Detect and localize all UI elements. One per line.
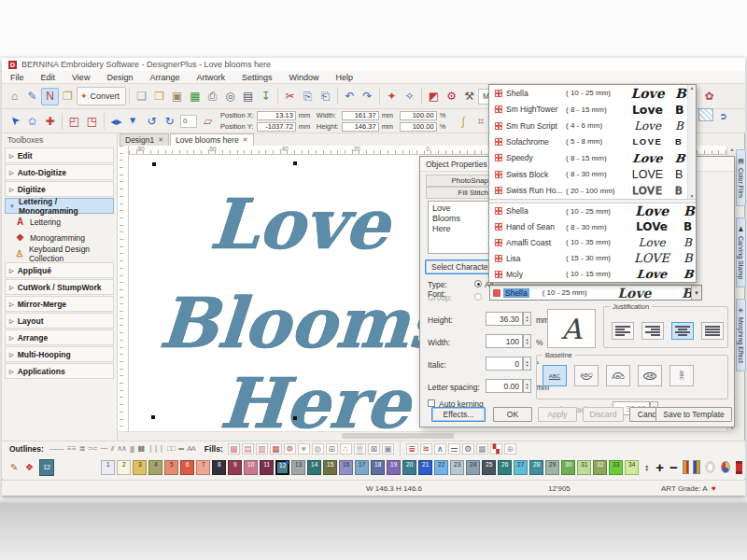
insert-design-icon[interactable]: ✦ bbox=[383, 88, 401, 105]
toolbox-auto-digitize[interactable]: ▷Auto-Digitize bbox=[5, 164, 114, 180]
outline-stitch-icon-4[interactable]: =·= bbox=[88, 444, 96, 453]
position-x-input[interactable]: 13.13 bbox=[257, 111, 296, 120]
color-chip-16[interactable]: 16 bbox=[339, 460, 353, 475]
ok-button[interactable]: OK bbox=[493, 407, 532, 422]
letter-spacing-stepper[interactable]: ▲▼ bbox=[523, 379, 531, 393]
transform-icon[interactable]: ▱ bbox=[199, 112, 217, 130]
scale-up-icon[interactable]: ◳ bbox=[83, 112, 101, 130]
color-wheel-icon[interactable] bbox=[721, 461, 730, 473]
design-tab-design1[interactable]: Design1✕ bbox=[120, 133, 169, 146]
toolbox-arrange[interactable]: ▷Arrange bbox=[5, 329, 114, 345]
letter-spacing-input[interactable]: 0.00 bbox=[486, 379, 523, 393]
reshape-icon[interactable]: ✚ bbox=[41, 112, 59, 130]
color-chip-3[interactable]: 3 bbox=[133, 460, 147, 475]
copy-icon[interactable]: ⎘ bbox=[299, 88, 317, 105]
add-color-button[interactable]: + bbox=[655, 459, 664, 475]
toolbox-applications[interactable]: ▷Applications bbox=[5, 363, 114, 379]
effect-stitch-icon-3[interactable]: ∧ bbox=[434, 443, 446, 455]
color-chip-19[interactable]: 19 bbox=[387, 460, 401, 475]
menu-design[interactable]: Design bbox=[98, 73, 141, 82]
rotate-cw-45-icon[interactable]: ↻ bbox=[161, 112, 178, 130]
fill-stitch-icon-10[interactable]: ▒ bbox=[354, 443, 366, 455]
rotate-value[interactable]: 0 bbox=[180, 115, 197, 128]
height-input[interactable]: 36.30 bbox=[486, 312, 523, 326]
type-all-radio[interactable] bbox=[474, 280, 482, 287]
menu-help[interactable]: Help bbox=[328, 73, 362, 82]
print-preview-icon[interactable]: ◎ bbox=[221, 88, 239, 105]
fill-stitch-icon-12[interactable]: ▣ bbox=[382, 443, 394, 455]
justify-right-button[interactable] bbox=[641, 322, 664, 340]
home-icon[interactable]: ⌂ bbox=[6, 88, 23, 105]
baseline-circle-button[interactable]: AB bbox=[638, 365, 662, 386]
color-chip-30[interactable]: 30 bbox=[561, 460, 575, 475]
color-chip-9[interactable]: 9 bbox=[228, 460, 242, 475]
toolbox-layout[interactable]: ▷Layout bbox=[5, 313, 114, 329]
position-y-input[interactable]: -1037.72 bbox=[257, 122, 296, 132]
baseline-straight-button[interactable]: ABC bbox=[543, 365, 567, 386]
baseline-vertical-button[interactable]: ABC bbox=[669, 365, 694, 386]
scale-y-input[interactable]: 100.00 bbox=[400, 122, 437, 132]
rotate-ccw-45-icon[interactable]: ↺ bbox=[143, 112, 161, 130]
pattern-fill-icon[interactable] bbox=[698, 108, 713, 121]
color-chip-8[interactable]: 8 bbox=[212, 460, 226, 475]
fill-stitch-icon-1[interactable]: ▩ bbox=[228, 443, 240, 455]
font-list-item-amalfi-coast[interactable]: Amalfi Coast( 10 - 35 mm)LoveB bbox=[489, 235, 696, 251]
color-chip-12[interactable]: 12 bbox=[275, 460, 289, 475]
design-settings-icon[interactable]: ⚙ bbox=[443, 88, 460, 105]
color-chip-24[interactable]: 24 bbox=[466, 460, 480, 475]
justify-center-button[interactable] bbox=[671, 322, 694, 340]
panel-tab-color-film[interactable]: ▤Color Film bbox=[736, 149, 746, 206]
outline-stitch-icon-8[interactable]: |||| bbox=[130, 444, 134, 453]
font-list-item-sm-run-script[interactable]: Sm Run Script( 4 - 6 mm)LoveB bbox=[489, 118, 687, 133]
menu-window[interactable]: Window bbox=[280, 73, 327, 82]
embroidery-canvas-icon[interactable]: N bbox=[41, 88, 59, 105]
toolbox-item-lettering[interactable]: ALettering bbox=[2, 214, 117, 230]
toolbox-lettering-monogramming[interactable]: ▼Lettering / Monogramming bbox=[5, 198, 114, 214]
mirror-vertical-icon[interactable]: ▸ bbox=[125, 112, 143, 130]
write-to-machine-icon[interactable]: ↧ bbox=[257, 88, 275, 105]
color-chip-27[interactable]: 27 bbox=[514, 460, 528, 475]
tab-photosnap[interactable]: PhotoSnap bbox=[426, 175, 493, 187]
thread-spool-icon[interactable] bbox=[736, 461, 742, 474]
justify-full-button[interactable] bbox=[701, 322, 724, 340]
font-list-item-shella[interactable]: Shella( 10 - 25 mm)LoveB bbox=[489, 203, 696, 219]
italic-stepper[interactable]: ▲▼ bbox=[523, 357, 531, 371]
thread-chart-alt-icon[interactable] bbox=[693, 460, 700, 474]
flower-stamp-icon[interactable]: ✿ bbox=[700, 87, 718, 105]
fill-stitch-icon-8[interactable]: ⊞ bbox=[326, 443, 338, 455]
font-list-item-lisa[interactable]: Lisa( 15 - 30 mm)LOVEB bbox=[489, 250, 696, 266]
fill-stitch-icon-7[interactable]: ◍ bbox=[312, 443, 324, 455]
outline-stitch-icon-6[interactable]: // bbox=[111, 444, 113, 453]
color-chip-26[interactable]: 26 bbox=[498, 460, 512, 475]
save-design-icon[interactable]: ▦ bbox=[186, 88, 204, 105]
color-chip-31[interactable]: 31 bbox=[577, 460, 591, 475]
morphing-icon[interactable]: ➲ bbox=[715, 108, 731, 124]
color-chip-13[interactable]: 13 bbox=[291, 460, 305, 475]
fill-stitch-icon-11[interactable]: ⊠ bbox=[368, 443, 380, 455]
toolbox-item-keyboard-design-collection[interactable]: ♙Keyboard Design Collection bbox=[2, 245, 117, 261]
color-chip-5[interactable]: 5 bbox=[164, 460, 178, 475]
font-combo[interactable]: Shella ( 10 - 25 mm) Love B ▼ bbox=[489, 285, 702, 301]
font-list-scrollbar[interactable]: ▲▼ bbox=[687, 85, 696, 199]
outline-stitch-icon-12[interactable]: ••• bbox=[178, 444, 183, 453]
color-chip-23[interactable]: 23 bbox=[450, 460, 464, 475]
width-stepper[interactable]: ▲▼ bbox=[523, 334, 531, 348]
menu-view[interactable]: View bbox=[63, 73, 98, 82]
hide-unused-colors-icon[interactable] bbox=[705, 461, 715, 473]
font-list-item-sm-hightower[interactable]: Sm HighTower( 8 - 15 mm)LoveB bbox=[489, 101, 687, 117]
new-design-icon[interactable]: ❏ bbox=[133, 88, 150, 105]
horizontal-scrollbar[interactable] bbox=[118, 431, 726, 440]
remove-color-button[interactable]: − bbox=[669, 459, 678, 475]
fill-stitch-icon-3[interactable]: ▥ bbox=[256, 443, 268, 455]
current-color-chip[interactable]: 12 bbox=[39, 459, 54, 476]
insert-picture-icon[interactable]: ▣ bbox=[168, 88, 186, 105]
selection-handle[interactable] bbox=[152, 162, 156, 166]
font-list-item-hand-of-sean[interactable]: Hand of Sean( 8 - 30 mm)LOVeB bbox=[489, 219, 696, 235]
effect-stitch-icon-7[interactable]: ▚ bbox=[490, 443, 502, 455]
horizontal-scrollbar-thumb[interactable] bbox=[342, 433, 454, 439]
color-chip-28[interactable]: 28 bbox=[529, 460, 543, 475]
menu-arrange[interactable]: Arrange bbox=[141, 73, 188, 82]
color-chip-7[interactable]: 7 bbox=[196, 460, 210, 475]
outline-stitch-icon-1[interactable]: — — bbox=[49, 444, 63, 453]
outline-stitch-icon-9[interactable]: ▮▮ bbox=[137, 444, 144, 453]
